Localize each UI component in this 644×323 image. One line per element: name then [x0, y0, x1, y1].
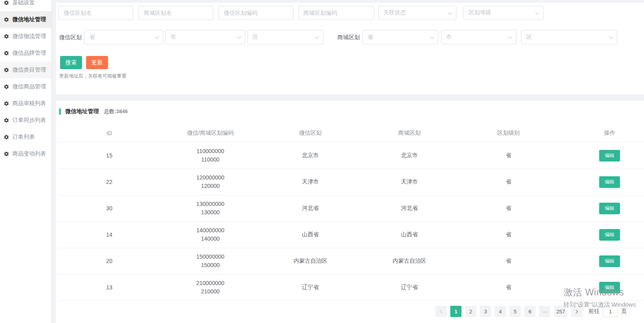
sidebar-item-wechat-logistics[interactable]: 微信物流管理 [0, 28, 51, 45]
cell-mall-region: 天津市 [359, 169, 459, 195]
gear-icon [4, 50, 9, 56]
page-button-2[interactable]: 2 [465, 306, 476, 317]
chevron-down-icon [430, 34, 434, 39]
sidebar-item-label: 微信品牌管理 [12, 50, 46, 57]
cell-mall-region: 河北省 [359, 195, 459, 221]
next-page-button[interactable] [571, 306, 582, 317]
gear-icon [4, 17, 9, 22]
sidebar-item-wechat-product[interactable]: 微信商品管理 [0, 78, 51, 95]
sidebar-item-product-changes[interactable]: 商品变动列表 [0, 146, 51, 162]
sidebar-item-label: 基础设置 [12, 0, 35, 6]
wechat-region-code-input[interactable] [219, 6, 293, 20]
sidebar-item-label: 商品审核列表 [12, 100, 46, 107]
sidebar-item-order-list[interactable]: 订单列表 [0, 129, 51, 146]
page-button-6[interactable]: 6 [524, 306, 536, 317]
cell-codes: 210000000 210000 [159, 274, 261, 301]
chevron-down-icon [237, 34, 241, 39]
pagination: 1 2 3 4 5 6 ··· 257 [435, 306, 582, 317]
sidebar-item-order-sync[interactable]: 订单同步列表 [0, 112, 51, 129]
goto-page-input[interactable] [603, 306, 618, 317]
update-button[interactable]: 更新 [86, 56, 108, 69]
mall-code: 120000 [159, 182, 261, 190]
page-button-257[interactable]: 257 [554, 306, 568, 317]
sidebar-item-product-review[interactable]: 商品审核列表 [0, 95, 51, 112]
mall-city-select[interactable]: 市 [441, 30, 516, 44]
page-button-1[interactable]: 1 [450, 306, 461, 317]
edit-button[interactable]: 编辑 [599, 255, 620, 267]
page-button-4[interactable]: 4 [495, 306, 506, 317]
col-header-codes: 微信/商城区划编码 [159, 124, 261, 142]
edit-button[interactable]: 编辑 [599, 203, 620, 214]
col-header-action: 操作 [558, 124, 644, 142]
mall-region-name-input[interactable] [138, 6, 213, 20]
mall-region-label: 商城区划 [337, 30, 360, 44]
gear-icon [4, 0, 9, 6]
cell-wx-region: 辽宁省 [261, 274, 359, 301]
cell-mall-region: 山西省 [359, 221, 459, 248]
total-count: 总数:3846 [104, 108, 128, 115]
edit-button[interactable]: 编辑 [599, 229, 620, 241]
page-button-3[interactable]: 3 [480, 306, 491, 317]
chevron-down-icon [535, 10, 540, 14]
cell-mall-region: 内蒙古自治区 [359, 248, 459, 274]
link-status-placeholder: 关联状态 [383, 9, 406, 16]
wechat-code: 150000000 [159, 253, 261, 261]
mall-district-select[interactable]: 区 [521, 30, 617, 44]
sidebar-item-wechat-address[interactable]: 微信地址管理 [0, 11, 51, 28]
chevron-right-icon [574, 309, 578, 313]
wechat-province-select[interactable]: 省 [84, 30, 163, 44]
cell-codes: 150000000 150000 [159, 248, 261, 274]
cell-codes: 130000000 130000 [159, 195, 261, 221]
region-level-select[interactable]: 区划等级 [463, 6, 544, 20]
wechat-region-name-input[interactable] [58, 6, 133, 20]
cell-level: 省 [459, 221, 558, 248]
chevron-down-icon [508, 34, 512, 39]
page-button-5[interactable]: 5 [510, 306, 521, 317]
wechat-code: 210000000 [159, 279, 261, 287]
mall-code: 130000 [159, 208, 261, 217]
sidebar-menu: 基础设置 微信地址管理 微信物流管理 微信品牌管理 微信类目管理 微信商品管理 … [0, 0, 51, 162]
mall-code: 140000 [159, 235, 261, 243]
table-panel: 微信地址管理 总数:3846 ID 微信/商城区划编码 微信区划 商城区划 区划… [56, 101, 644, 323]
wechat-district-select[interactable]: 区 [247, 30, 323, 44]
cell-wx-region: 山西省 [261, 221, 359, 248]
table-row: 14 140000000 140000 山西省 山西省 省 编辑 [59, 221, 644, 248]
cell-wx-region: 天津市 [261, 169, 359, 195]
sidebar-item-wechat-brand[interactable]: 微信品牌管理 [0, 45, 51, 62]
table-row: 30 130000000 130000 河北省 河北省 省 编辑 [59, 195, 644, 221]
sidebar-item-basic-settings[interactable]: 基础设置 [0, 0, 51, 11]
prev-page-button[interactable] [435, 306, 447, 317]
sidebar-item-wechat-category[interactable]: 微信类目管理 [0, 62, 51, 78]
province-placeholder: 省 [89, 34, 95, 41]
gear-icon [4, 118, 9, 123]
province-placeholder: 省 [367, 34, 373, 41]
page-unit-label: 页 [621, 308, 627, 315]
gear-icon [4, 67, 9, 73]
edit-button[interactable]: 编辑 [599, 176, 620, 188]
mall-region-code-input[interactable] [298, 6, 374, 20]
gear-icon [4, 84, 9, 90]
sidebar-item-label: 微信类目管理 [12, 66, 46, 74]
page-ellipsis[interactable]: ··· [539, 306, 550, 317]
col-header-level: 区划级别 [459, 124, 558, 142]
link-status-select[interactable]: 关联状态 [378, 6, 456, 20]
gear-icon [4, 101, 9, 106]
table-row: 13 210000000 210000 辽宁省 辽宁省 省 编辑 [59, 274, 644, 301]
wechat-city-select[interactable]: 市 [165, 30, 245, 44]
chevron-down-icon [155, 34, 159, 39]
gear-icon [4, 34, 9, 39]
search-button[interactable]: 搜索 [60, 56, 82, 69]
mall-province-select[interactable]: 省 [362, 30, 438, 44]
city-placeholder: 市 [446, 34, 452, 41]
edit-button[interactable]: 编辑 [599, 282, 620, 293]
cell-id: 15 [59, 142, 159, 169]
gear-icon [4, 151, 9, 157]
table-header-row: ID 微信/商城区划编码 微信区划 商城区划 区划级别 操作 [59, 124, 644, 142]
edit-button[interactable]: 编辑 [599, 150, 620, 162]
cell-id: 22 [59, 169, 159, 195]
chevron-left-icon [439, 309, 443, 313]
filter-panel: 关联状态 区划等级 微信区划 省 市 区 商城区划 省 市 区 搜索 更新 更新… [56, 3, 644, 94]
sidebar: 基础设置 微信地址管理 微信物流管理 微信品牌管理 微信类目管理 微信商品管理 … [0, 0, 52, 323]
table-row: 20 150000000 150000 内蒙古自治区 内蒙古自治区 省 编辑 [59, 248, 644, 274]
table-row: 22 120000000 120000 天津市 天津市 省 编辑 [59, 169, 644, 195]
